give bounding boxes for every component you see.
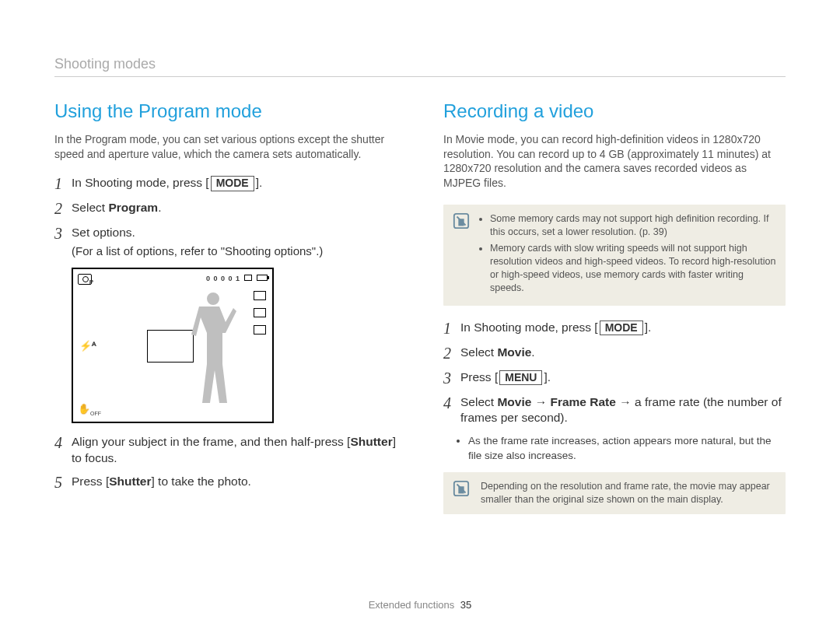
footer-label: Extended functions <box>369 599 455 611</box>
flash-auto-icon: ⚡ᴬ <box>79 339 96 353</box>
left-heading: Using the Program mode <box>54 99 397 124</box>
step-text: In Shooting mode, press [ <box>72 176 209 189</box>
left-intro: In the Program mode, you can set various… <box>54 132 397 162</box>
right-step-1: 1 In Shooting mode, press [MODE]. <box>443 320 786 337</box>
sub-bullet-text: As the frame rate increases, action appe… <box>468 434 786 462</box>
note-text: Some memory cards may not support high d… <box>490 212 776 239</box>
step4-sub-bullets: As the frame rate increases, action appe… <box>443 434 786 462</box>
step-text: Set options. <box>72 226 135 239</box>
step-text: . <box>158 201 161 214</box>
step-number: 1 <box>443 320 460 337</box>
resolution-icon <box>254 291 266 300</box>
person-silhouette <box>190 292 236 409</box>
content-columns: Using the Program mode In the Program mo… <box>54 99 786 527</box>
step-text: ]. <box>256 176 263 189</box>
svg-rect-2 <box>458 219 464 226</box>
right-steps: 1 In Shooting mode, press [MODE]. 2 Sele… <box>443 320 786 427</box>
note-box-1: Some memory cards may not support high d… <box>443 205 786 305</box>
arrow: → <box>531 395 550 408</box>
right-step-3: 3 Press [MENU]. <box>443 370 786 387</box>
step-number: 5 <box>54 474 72 491</box>
right-column: Recording a video In Movie mode, you can… <box>443 99 786 527</box>
step-text: Press [ <box>460 370 498 384</box>
step-number: 3 <box>54 225 72 242</box>
note-box-2: Depending on the resolution and frame ra… <box>443 472 786 514</box>
svg-rect-5 <box>458 486 464 493</box>
arrow: → <box>616 395 635 408</box>
right-intro: In Movie mode, you can record high-defin… <box>443 132 786 191</box>
left-step-5: 5 Press [Shutter] to take the photo. <box>54 474 397 491</box>
camera-preview-figure: P 0 0 0 0 1 ⚡ᴬ ✋OFF <box>72 268 274 423</box>
antishake-off-icon: ✋OFF <box>78 402 101 417</box>
step-bold: Shutter <box>350 435 392 448</box>
step-number: 1 <box>54 175 72 192</box>
step-number: 2 <box>443 345 460 362</box>
battery-icon <box>257 275 268 281</box>
step-text: Select <box>460 395 497 408</box>
info-icon <box>453 212 470 229</box>
step-text: . <box>531 345 534 359</box>
info-icon <box>453 480 470 497</box>
left-step-2: 2 Select Program. <box>54 200 397 217</box>
step-number: 4 <box>443 394 460 412</box>
program-mode-icon: P <box>78 274 92 285</box>
side-icons <box>252 291 268 335</box>
left-steps-cont: 4 Align your subject in the frame, and t… <box>54 434 397 492</box>
step-bold: Frame Rate <box>550 395 615 408</box>
right-step-4: 4 Select Movie → Frame Rate → a frame ra… <box>443 394 786 427</box>
step-bold: Movie <box>497 345 531 359</box>
step-number: 3 <box>443 370 460 387</box>
step-number: 2 <box>54 200 72 217</box>
right-heading: Recording a video <box>443 99 786 124</box>
sd-card-icon <box>244 275 252 281</box>
step-text: Align your subject in the frame, and the… <box>72 435 350 448</box>
step-bold: Shutter <box>109 475 151 488</box>
left-step-3: 3 Set options. (For a list of options, r… <box>54 225 397 259</box>
step-bold: Movie <box>497 395 531 408</box>
shot-counter: 0 0 0 0 1 <box>206 275 240 282</box>
step-text: ] to take the photo. <box>151 475 250 488</box>
quality-icon <box>254 308 266 317</box>
left-step-4: 4 Align your subject in the frame, and t… <box>54 434 397 467</box>
iso-icon <box>254 325 266 335</box>
step-text: Select <box>72 201 108 214</box>
step-text: In Shooting mode, press [ <box>460 321 598 334</box>
step-text: Select <box>460 345 497 359</box>
step-text: ]. <box>544 370 551 384</box>
left-step-1: 1 In Shooting mode, press [MODE]. <box>54 175 397 192</box>
menu-button: MENU <box>499 370 542 386</box>
page-footer: Extended functions 35 <box>0 598 840 612</box>
page-number: 35 <box>460 599 471 611</box>
note-text: Memory cards with slow writing speeds wi… <box>490 242 776 295</box>
step-subtext: (For a list of options, refer to "Shooti… <box>72 243 397 259</box>
right-step-2: 2 Select Movie. <box>443 345 786 362</box>
mode-button: MODE <box>211 176 254 191</box>
breadcrumb: Shooting modes <box>54 54 786 77</box>
af-frame <box>147 330 194 363</box>
step-bold: Program <box>108 201 158 214</box>
note-text: Depending on the resolution and frame ra… <box>478 480 776 506</box>
step-text: ]. <box>645 321 652 334</box>
left-steps: 1 In Shooting mode, press [MODE]. 2 Sele… <box>54 175 397 259</box>
step-text: Press [ <box>72 475 109 488</box>
mode-button: MODE <box>600 321 643 336</box>
left-column: Using the Program mode In the Program mo… <box>54 99 397 527</box>
step-number: 4 <box>54 434 72 451</box>
